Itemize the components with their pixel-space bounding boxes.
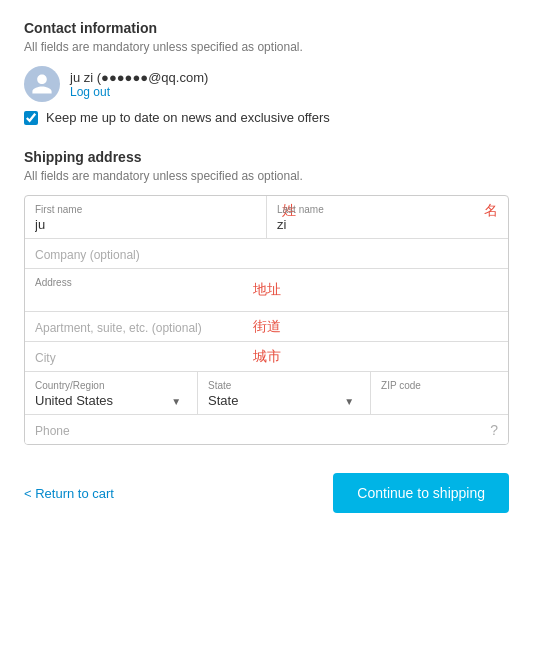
shipping-section-subtitle: All fields are mandatory unless specifie… (24, 169, 509, 183)
country-state-zip-row: Country/Region United States Canada Unit… (25, 372, 508, 415)
user-email: ju zi (●●●●●●@qq.com) (70, 70, 208, 85)
phone-field: ? 电话 (25, 415, 508, 444)
back-to-cart-link[interactable]: < Return to cart (24, 486, 114, 501)
address-input[interactable] (35, 290, 498, 305)
state-label: State (208, 380, 360, 391)
newsletter-label: Keep me up to date on news and exclusive… (46, 110, 330, 125)
user-row: ju zi (●●●●●●@qq.com) Log out (24, 66, 509, 102)
last-name-field: Last name 名 (267, 196, 508, 238)
state-select-wrapper: State California New York Texas ▼ (208, 393, 360, 408)
user-info: ju zi (●●●●●●@qq.com) Log out (70, 70, 208, 99)
apartment-input[interactable] (35, 320, 498, 335)
state-field: State State California New York Texas ▼ (198, 372, 371, 414)
shipping-form: First name 姓 Last name 名 Address 地址 街道 (24, 195, 509, 445)
continue-to-shipping-button[interactable]: Continue to shipping (333, 473, 509, 513)
apartment-field: 街道 (25, 312, 508, 342)
contact-section-subtitle: All fields are mandatory unless specifie… (24, 40, 509, 54)
contact-section: Contact information All fields are manda… (24, 20, 509, 125)
last-name-input[interactable] (277, 217, 498, 232)
company-input[interactable] (35, 247, 498, 262)
newsletter-checkbox[interactable] (24, 111, 38, 125)
avatar (24, 66, 60, 102)
phone-input[interactable] (35, 423, 498, 438)
country-field: Country/Region United States Canada Unit… (25, 372, 198, 414)
first-name-label: First name (35, 204, 256, 215)
form-actions: < Return to cart Continue to shipping (24, 473, 509, 513)
name-row: First name 姓 Last name 名 (25, 196, 508, 239)
last-name-label: Last name (277, 204, 498, 215)
phone-annotation: 电话 (253, 444, 281, 445)
logout-link[interactable]: Log out (70, 85, 208, 99)
country-select[interactable]: United States Canada United Kingdom (35, 393, 187, 408)
newsletter-row: Keep me up to date on news and exclusive… (24, 110, 509, 125)
address-label: Address (35, 277, 498, 288)
company-field (25, 239, 508, 269)
zip-field: ZIP code 邮编 (371, 372, 508, 414)
shipping-section: Shipping address All fields are mandator… (24, 149, 509, 445)
city-input[interactable] (35, 350, 498, 365)
contact-section-title: Contact information (24, 20, 509, 36)
first-name-field: First name 姓 (25, 196, 267, 238)
state-select[interactable]: State California New York Texas (208, 393, 360, 408)
city-field: 城市 (25, 342, 508, 372)
address-field: Address 地址 (25, 269, 508, 312)
country-select-wrapper: United States Canada United Kingdom ▼ (35, 393, 187, 408)
country-label: Country/Region (35, 380, 187, 391)
zip-label: ZIP code (381, 380, 498, 391)
first-name-input[interactable] (35, 217, 256, 232)
phone-help-icon[interactable]: ? (490, 422, 498, 438)
zip-input[interactable] (381, 393, 498, 408)
shipping-section-title: Shipping address (24, 149, 509, 165)
